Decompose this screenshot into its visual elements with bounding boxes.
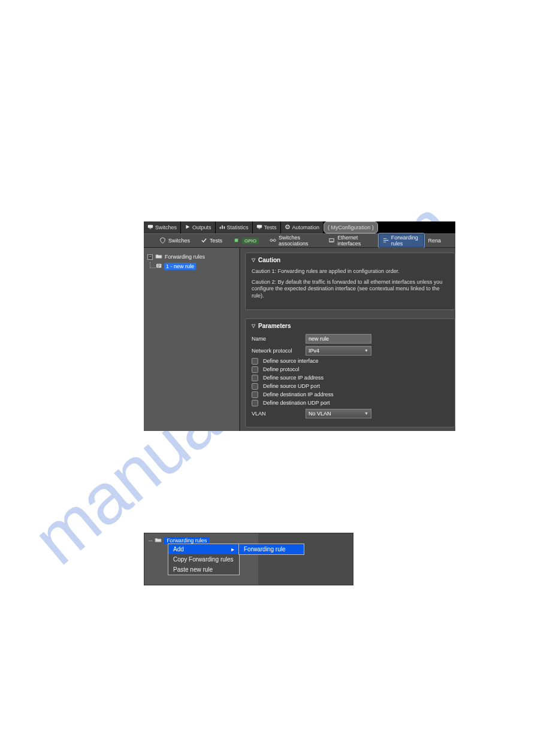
submenu-arrow-icon: ▸ <box>231 546 234 552</box>
link-icon <box>270 237 276 245</box>
gear-icon <box>285 224 291 231</box>
tab-statistics[interactable]: Statistics <box>216 221 253 233</box>
tree-expander-icon[interactable]: − <box>147 254 153 260</box>
tree-root-forwarding-rules[interactable]: − Forwarding rules <box>147 253 235 261</box>
ctx-sub-forwarding-rule[interactable]: Forwarding rule <box>239 544 304 554</box>
caution-group: ▽ Caution Caution 1: Forwarding rules ar… <box>245 253 455 310</box>
empty-details-panel <box>258 533 353 585</box>
toolbtn-tests[interactable]: Tests <box>197 236 226 246</box>
protocol-field-label: Network protocol <box>252 348 306 354</box>
bars-icon <box>219 224 225 231</box>
caution-title: Caution <box>258 257 280 263</box>
config-sub-toolbar: Switches Tests GPIO Switches association… <box>144 233 455 248</box>
details-panel: ▽ Caution Caution 1: Forwarding rules ar… <box>240 248 455 431</box>
rules-icon <box>382 237 389 245</box>
toolbtn-switches[interactable]: Switches <box>156 236 194 246</box>
protocol-select[interactable]: IPv4 ▼ <box>306 346 371 356</box>
svg-rect-4 <box>223 226 225 229</box>
toolbtn-gpio[interactable]: GPIO <box>229 236 262 246</box>
checkbox-dest-ip[interactable] <box>252 391 258 398</box>
toolbtn-forwarding-rules[interactable]: Forwarding rules <box>378 233 425 248</box>
context-submenu: Forwarding rule <box>238 544 304 555</box>
top-tab-bar: Switches Outputs Statistics Tests Automa… <box>144 221 455 233</box>
caution-line-1: Caution 1: Forwarding rules are applied … <box>252 268 449 275</box>
svg-point-10 <box>270 239 273 241</box>
svg-rect-2 <box>219 227 220 229</box>
parameters-group: ▽ Parameters Name Network protocol IPv4 … <box>245 318 455 427</box>
checkbox-source-udp[interactable] <box>252 383 258 390</box>
svg-point-11 <box>273 239 276 241</box>
checkbox-label: Define source IP address <box>263 375 324 381</box>
svg-rect-6 <box>258 229 260 229</box>
tree-connector <box>150 262 156 268</box>
name-input[interactable] <box>306 334 371 344</box>
chevron-down-icon: ▼ <box>364 411 368 415</box>
vlan-select[interactable]: No VLAN ▼ <box>306 409 371 418</box>
toolbar-rena-label: Rena <box>428 238 444 244</box>
checkbox-protocol[interactable] <box>252 366 258 373</box>
toolbtn-ethernet[interactable]: Ethernet interfaces <box>325 233 374 248</box>
checkbox-label: Define source UDP port <box>263 383 320 389</box>
ctx-copy[interactable]: Copy Forwarding rules <box>168 554 239 564</box>
checkbox-label: Define destination UDP port <box>263 400 330 406</box>
chevron-down-icon: ▼ <box>364 348 368 353</box>
monitor-icon <box>147 224 153 231</box>
check-icon <box>201 237 207 245</box>
svg-rect-3 <box>222 226 223 229</box>
rule-icon <box>156 263 163 270</box>
shield-icon <box>159 237 166 245</box>
folder-icon <box>155 253 162 260</box>
svg-rect-0 <box>148 225 153 228</box>
monitor-icon <box>256 224 262 231</box>
checkbox-label: Define source interface <box>263 358 319 364</box>
checkbox-label: Define protocol <box>263 366 300 372</box>
svg-rect-5 <box>256 225 261 228</box>
name-field-label: Name <box>252 336 306 342</box>
tab-outputs[interactable]: Outputs <box>181 221 216 233</box>
tree-connector: ···· <box>148 538 152 544</box>
tab-myconfiguration[interactable]: ( MyConfiguration ) <box>324 221 378 233</box>
caution-line-2: Caution 2: By default the traffic is for… <box>252 279 449 300</box>
app-window-main: Switches Outputs Statistics Tests Automa… <box>144 221 455 431</box>
tree-panel: − Forwarding rules 1 - new rule <box>144 248 240 431</box>
tab-switches[interactable]: Switches <box>144 221 181 233</box>
tab-tests[interactable]: Tests <box>253 221 281 233</box>
chip-icon <box>233 237 240 245</box>
folder-icon <box>155 537 162 544</box>
checkbox-label: Define destination IP address <box>263 391 333 397</box>
play-icon <box>185 224 191 231</box>
ethernet-icon <box>328 237 335 245</box>
disclosure-triangle-icon[interactable]: ▽ <box>252 257 255 263</box>
tree-root-label: Forwarding rules <box>165 254 205 260</box>
checkbox-source-ip[interactable] <box>252 375 258 381</box>
disclosure-triangle-icon[interactable]: ▽ <box>252 323 255 329</box>
vlan-field-label: VLAN <box>252 411 306 417</box>
toolbtn-switches-associations[interactable]: Switches associations <box>266 233 321 248</box>
svg-rect-1 <box>149 229 151 229</box>
work-area: − Forwarding rules 1 - new rule ▽ Cautio… <box>144 248 455 431</box>
tab-automation[interactable]: Automation <box>281 221 324 233</box>
ctx-paste[interactable]: Paste new rule <box>168 564 239 575</box>
checkbox-dest-udp[interactable] <box>252 400 258 406</box>
svg-point-8 <box>287 226 288 227</box>
tree-item-new-rule[interactable]: 1 - new rule <box>164 263 196 270</box>
checkbox-source-interface[interactable] <box>252 358 258 365</box>
parameters-title: Parameters <box>258 323 291 329</box>
context-menu: Add ▸ Copy Forwarding rules Paste new ru… <box>168 544 240 575</box>
ctx-add[interactable]: Add ▸ <box>168 544 239 554</box>
svg-rect-9 <box>235 238 238 242</box>
